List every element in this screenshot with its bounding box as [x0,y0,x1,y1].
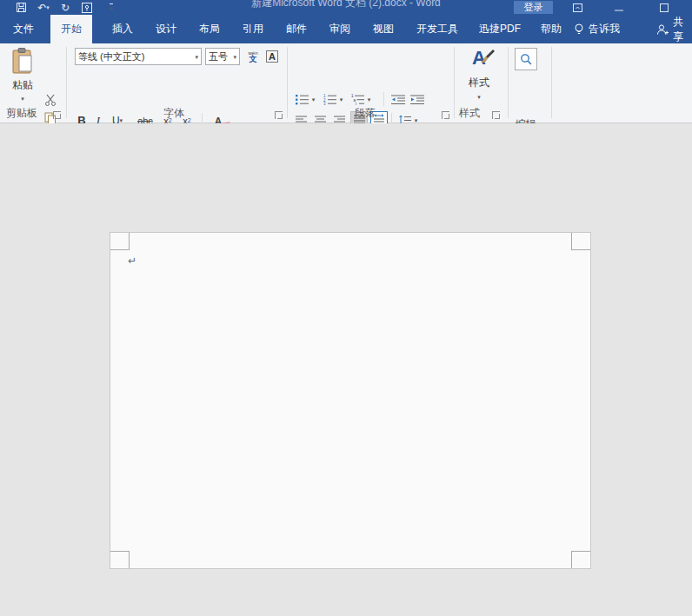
lightbulb-icon [574,23,584,36]
chevron-down-icon: ▾ [340,96,343,103]
font-size-combobox[interactable]: 五号 ▾ [205,48,240,65]
maximize-icon[interactable] [654,0,675,15]
tab-layout[interactable]: 布局 [188,15,231,43]
ribbon: 粘贴 ▾ 剪贴板 等线 (中文正文) ▾ 五号 ▾ wén文 A B I [0,43,692,123]
title-bar: ↶▾ ↻ ▾ 新建Microsoft Word 文档 (2).docx - Wo… [0,0,692,15]
clipboard-group-label: 剪贴板 [6,106,37,121]
font-name-combobox[interactable]: 等线 (中文正文) ▾ [75,48,202,65]
tab-review[interactable]: 审阅 [318,15,362,43]
tab-home[interactable]: 开始 [50,15,92,43]
search-icon [520,53,532,65]
font-size-value: 五号 [209,50,228,63]
styles-button[interactable]: A 样式 ▾ [461,48,497,100]
share-control[interactable]: 共享 [656,15,692,43]
document-title: 新建Microsoft Word 文档 (2).docx - Word [0,0,692,10]
tab-help[interactable]: 帮助 [530,15,572,43]
group-separator [508,47,509,118]
brush-icon [481,50,496,65]
paste-dropdown-caret: ▾ [21,96,24,102]
margin-crop-mark [110,233,130,250]
document-canvas[interactable]: ↵ [0,123,692,616]
font-dialog-launcher-icon[interactable] [275,111,283,119]
chevron-down-icon: ▾ [120,117,123,123]
tab-design[interactable]: 设计 [144,15,188,43]
tab-pdf[interactable]: 迅捷PDF [469,15,530,43]
increase-indent-icon[interactable] [409,91,426,108]
decrease-indent-icon[interactable] [389,91,407,108]
styles-group-label: 样式 [459,106,480,121]
paste-button[interactable]: 粘贴 ▾ [5,48,40,114]
chevron-down-icon: ▾ [195,54,198,60]
paste-label: 粘贴 [12,78,33,93]
tell-me-label: 告诉我 [589,22,620,36]
styles-dialog-launcher-icon[interactable] [492,111,500,119]
tab-mailings[interactable]: 邮件 [275,15,318,43]
styles-a-icon: A [472,48,486,69]
phonetic-guide-icon[interactable]: wén文 [244,48,262,65]
font-name-value: 等线 (中文正文) [78,50,144,63]
tab-references[interactable]: 引用 [231,15,275,43]
svg-text:3: 3 [323,102,326,105]
group-separator [551,47,552,118]
group-separator [66,47,67,118]
tab-insert[interactable]: 插入 [101,15,144,43]
margin-crop-mark [571,551,590,568]
paragraph-group-label: 段落 [355,106,376,121]
font-group-label: 字体 [163,106,184,121]
cut-icon[interactable] [42,91,59,108]
bullets-button[interactable]: ▾ [293,91,317,108]
divider [383,92,384,106]
group-separator [287,47,288,118]
tab-view[interactable]: 视图 [362,15,405,43]
minimize-icon[interactable] [609,0,629,15]
styles-label: 样式 [469,76,489,90]
svg-text:i: i [356,102,356,105]
word-application-window: ↶▾ ↻ ▾ 新建Microsoft Word 文档 (2).docx - Wo… [0,0,692,616]
paragraph-dialog-launcher-icon[interactable] [442,111,449,119]
chevron-down-icon: ▾ [477,94,481,100]
share-person-icon [656,23,669,36]
ribbon-display-options-icon[interactable] [567,0,588,15]
paste-clipboard-icon [11,48,34,76]
share-label: 共享 [673,15,692,43]
ribbon-tab-bar: 文件 开始 插入 设计 布局 引用 邮件 审阅 视图 开发工具 迅捷PDF 帮助… [0,15,692,43]
chevron-down-icon: ▾ [312,96,316,103]
document-page[interactable]: ↵ [110,232,591,569]
chevron-down-icon: ▾ [233,54,236,60]
character-border-button[interactable]: A [264,49,280,64]
tab-file[interactable]: 文件 [5,15,42,43]
numbering-button[interactable]: 123 ▾ [321,91,345,108]
sign-in-button[interactable]: 登录 [514,1,553,14]
clipboard-dialog-launcher-icon[interactable] [53,111,61,119]
find-button[interactable] [515,48,537,70]
paragraph-mark: ↵ [128,255,136,267]
chevron-down-icon: ▾ [368,96,371,103]
margin-crop-mark [110,551,130,568]
group-separator [454,47,455,118]
tell-me-control[interactable]: 告诉我 [574,15,620,43]
chevron-down-icon: ▾ [415,117,418,123]
tab-developer[interactable]: 开发工具 [405,15,469,43]
margin-crop-mark [571,233,590,250]
